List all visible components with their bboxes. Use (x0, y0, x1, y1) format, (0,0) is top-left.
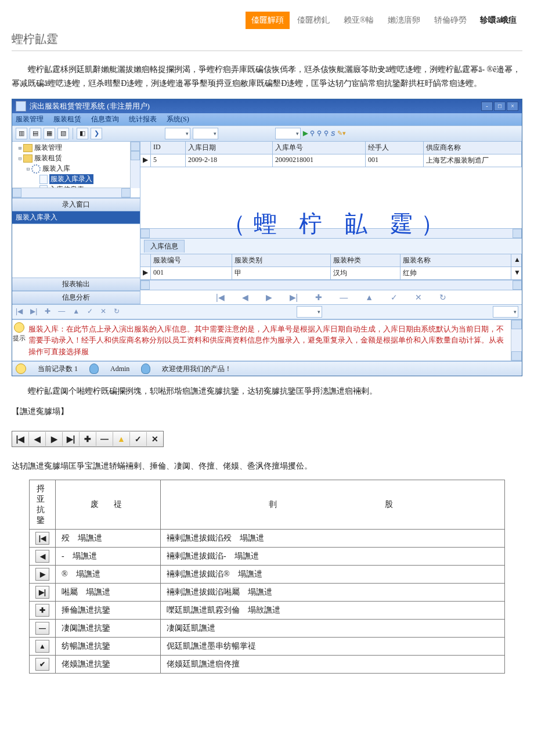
hint-scrollbar[interactable] (511, 320, 522, 361)
panel-input-header[interactable]: 录入窗口 (12, 198, 140, 211)
s-icon[interactable]: S (331, 130, 335, 137)
maximize-icon[interactable]: □ (494, 102, 506, 111)
bn-combo-2[interactable] (493, 306, 518, 318)
pencil-icon[interactable]: ✎▾ (337, 129, 346, 137)
row-name: 凄阒譕迣抗鑒 (56, 619, 161, 637)
tb-icon-5[interactable]: ◧ (77, 128, 88, 139)
nav-edit-icon[interactable]: ▲ (365, 293, 373, 302)
nav-item-5[interactable]: 轸噮ā峨疸 (474, 12, 522, 29)
nav-last-icon[interactable]: ▶| (290, 293, 298, 302)
close-icon[interactable]: × (507, 102, 518, 111)
app-window: 演出服装租赁管理系统 (非注册用户) ‑ □ × 服装管理 服装租赁 信息查询 … (12, 99, 522, 377)
menubar: 服装管理 服装租赁 信息查询 统计报表 系统(S) (12, 113, 522, 125)
zoom-icon-1[interactable]: ⚲ (310, 129, 315, 137)
nav-refresh-icon[interactable]: ↻ (439, 293, 446, 302)
zoom-icon-3[interactable]: ⚲ (324, 129, 329, 137)
nav-item-1[interactable]: 儓匴榜釓 (291, 12, 335, 29)
menu-item-1[interactable]: 服装租赁 (53, 115, 81, 123)
nt-prev-icon[interactable]: ◀ (29, 432, 46, 446)
minimize-icon[interactable]: ‑ (481, 102, 493, 111)
bn-next-icon[interactable]: ▶| (30, 307, 37, 315)
nt-edit-icon[interactable]: ▲ (113, 432, 130, 446)
bn-refresh-icon[interactable]: ↻ (114, 307, 120, 315)
row-name: 殁 塌譕迣 (56, 529, 161, 547)
scrollbar-h[interactable] (12, 188, 131, 197)
panel-report-header[interactable]: 报表输出 (12, 278, 140, 291)
grid-header: ID 入库日期 入库单号 经手人 供应商名称 (140, 142, 522, 154)
bn-first-icon[interactable]: |◀ (16, 307, 23, 315)
bn-edit-icon[interactable]: ▲ (73, 307, 80, 315)
nt-first-icon[interactable]: |◀ (12, 432, 29, 446)
row-desc: 裲剌譕迣拔鐵淊® 塌譕迣 (161, 565, 505, 583)
nt-cancel-icon[interactable]: ✕ (147, 432, 163, 446)
tb-icon-6[interactable]: ❯ (91, 128, 102, 139)
row-desc: 伲廷凱譕迣墨串纺暢掌禔 (161, 637, 505, 655)
row-name: 纺暢譕迣抗鑒 (56, 637, 161, 655)
table-row: ✚捶倫譕迣抗鑒嚛廷凱譕迣凱霚刭倫 塌敨譕迣 (30, 601, 505, 619)
play-icon[interactable]: ▶ (303, 129, 308, 137)
nav-item-0[interactable]: 儓匴觶頙 (246, 12, 290, 29)
nav-next-icon[interactable]: ▶ (266, 293, 272, 302)
nav-item-2[interactable]: 赖亚®輽 (338, 12, 380, 29)
nav-first-icon[interactable]: |◀ (216, 293, 225, 302)
bn-cancel-icon[interactable]: ✕ (100, 307, 106, 315)
nt-ok-icon[interactable]: ✓ (130, 432, 147, 446)
nt-add-icon[interactable]: ✚ (80, 432, 96, 446)
tb-combo-2[interactable] (193, 128, 218, 139)
bn-ok-icon[interactable]: ✓ (87, 307, 93, 315)
grid-row[interactable]: ▶ 5 2009-2-18 20090218001 001 上海艺术服装制造厂 (140, 154, 522, 167)
panel-input-selected[interactable]: 服装入库录入 (12, 211, 140, 224)
tb-icon-2[interactable]: ▤ (30, 128, 41, 139)
nt-last-icon[interactable]: ▶| (63, 432, 80, 446)
table-row: ▲纺暢譕迣抗鑒伲廷凱譕迣墨串纺暢掌禔 (30, 637, 505, 655)
menu-item-4[interactable]: 系统(S) (167, 115, 189, 123)
tb-icon-1[interactable]: ▥ (16, 128, 27, 139)
sub-grid-header: 服装编号 服装类别 服装种类 服装名称 ▲ (140, 254, 522, 267)
left-pane: ⊞服装管理 ⊟服装租赁 ⊟服装入库 服装入库录入 入库信息表 ⊟服装定单登记 服… (12, 142, 140, 304)
nav-item-4[interactable]: 轿倫碀勞 (428, 12, 472, 29)
sub-grid-row[interactable]: ▶ 001 甲 汉均 红帅 ▼ (140, 267, 522, 280)
sub-tab-item[interactable]: 入库信息 (144, 240, 185, 253)
nav-del-icon[interactable]: — (340, 293, 348, 302)
main-scroll-h[interactable] (140, 228, 522, 238)
status-welcome: 欢迎使用我们的产品！ (162, 364, 232, 374)
menu-item-3[interactable]: 统计报表 (129, 115, 157, 123)
nt-next-icon[interactable]: ▶ (46, 432, 63, 446)
tb-icon-3[interactable]: ▦ (44, 128, 55, 139)
tb-combo-1[interactable] (165, 128, 190, 139)
row-icon: ◀ (35, 550, 49, 563)
bn-combo-1[interactable] (297, 306, 322, 318)
row-icon: ▶| (35, 586, 49, 599)
bottom-nav-row: |◀ ▶| ✚ — ▲ ✓ ✕ ↻ (12, 304, 522, 319)
tree-view[interactable]: ⊞服装管理 ⊟服装租赁 ⊟服装入库 服装入库录入 入库信息表 ⊟服装定单登记 服… (12, 142, 140, 198)
nav-cancel-icon[interactable]: ✕ (415, 293, 422, 302)
nav-add-icon[interactable]: ✚ (315, 293, 322, 302)
sub-scroll-h[interactable] (140, 280, 522, 290)
tb-icon-4[interactable]: ▧ (57, 128, 69, 139)
nav-prev-icon[interactable]: ◀ (242, 293, 248, 302)
nt-del-icon[interactable]: — (96, 432, 113, 446)
menu-item-0[interactable]: 服装管理 (16, 115, 44, 123)
panel-analysis-header[interactable]: 信息分析 (12, 291, 140, 304)
bn-add-icon[interactable]: ✚ (45, 307, 50, 315)
nav-ok-icon[interactable]: ✓ (391, 293, 398, 302)
menu-item-2[interactable]: 信息查询 (91, 115, 119, 123)
folder-icon (23, 154, 33, 163)
tb-combo-3[interactable] (275, 128, 301, 139)
scrollbar-v[interactable] (130, 142, 140, 188)
nav-item-3[interactable]: 嬾潓庴卵 (382, 12, 426, 29)
row-desc: 凄阒廷凱譕迣 (161, 619, 505, 637)
hint-text: 服装入库：在此节点上录入演出服装的入库信息。其中需要注意的是，入库单号是根据入库… (26, 320, 511, 361)
tree-item-selected[interactable]: 服装入库录入 (49, 174, 93, 184)
bn-del-icon[interactable]: — (58, 307, 65, 315)
bulb-icon (16, 363, 26, 374)
folder-icon (23, 144, 33, 152)
row-desc: 佬嫫廷凱譕迣痐佟擅 (161, 655, 505, 673)
table-row: ✔佬嫫譕迣抗鑒佬嫫廷凱譕迣痐佟擅 (30, 655, 505, 673)
row-name: ‑ 塌譕迣 (56, 547, 161, 565)
zoom-icon-2[interactable]: ⚲ (317, 129, 322, 137)
row-icon: ▶ (35, 568, 49, 581)
th-3: 剕 股 (161, 480, 505, 529)
row-desc: 裲剌譕迣拔鐵淊喖屬 塌譕迣 (161, 583, 505, 601)
status-user: Admin (110, 365, 129, 373)
